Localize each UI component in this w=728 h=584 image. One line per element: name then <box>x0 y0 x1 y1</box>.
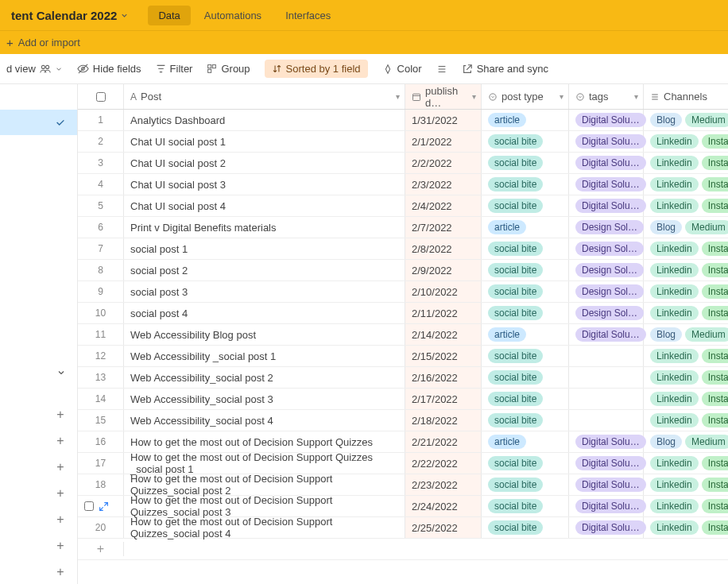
cell-tags[interactable]: Digital Solu… <box>569 496 644 516</box>
cell-tags[interactable]: Digital Solu… <box>569 431 644 452</box>
row-number[interactable]: 7 <box>78 238 124 259</box>
cell-channels[interactable]: LinkedinInstagr <box>644 453 728 474</box>
row-checkbox[interactable] <box>84 501 94 511</box>
cell-date[interactable]: 1/31/2022 <box>405 110 482 130</box>
header-post-type[interactable]: post type ▾ <box>482 84 569 109</box>
row-number[interactable]: 14 <box>78 389 124 409</box>
cell-tags[interactable]: Digital Solu… <box>569 517 644 538</box>
chevron-down-icon[interactable]: ▾ <box>396 92 400 101</box>
cell-post[interactable]: Web Accessibility _social post 1 <box>124 346 405 366</box>
sidebar-add-6[interactable]: + <box>52 537 69 555</box>
group[interactable]: Group <box>207 63 250 75</box>
cell-tags[interactable]: Digital Solu… <box>569 453 644 474</box>
cell-tags[interactable]: Digital Solu… <box>569 174 644 195</box>
table-row[interactable]: 15 Web Accessibility_social post 4 2/18/… <box>78 410 728 431</box>
row-number[interactable]: 9 <box>78 281 124 302</box>
table-row[interactable]: 5 Chat UI social post 4 2/4/2022 social … <box>78 195 728 217</box>
row-number[interactable]: 11 <box>78 324 124 345</box>
cell-post[interactable]: How to get the most out of Decision Supp… <box>124 517 405 538</box>
row-number[interactable]: 5 <box>78 195 124 216</box>
sidebar-add-4[interactable]: + <box>52 485 69 502</box>
add-or-import[interactable]: + Add or import <box>6 36 80 49</box>
table-row[interactable]: 6 Print v Digital Benefits materials 2/7… <box>78 217 728 238</box>
cell-type[interactable]: social bite <box>482 238 569 259</box>
cell-channels[interactable]: BlogMedium <box>644 110 728 130</box>
cell-tags[interactable]: Digital Solu… <box>569 153 644 173</box>
cell-tags[interactable]: Design Sol… <box>569 238 644 259</box>
sidebar-add-3[interactable]: + <box>52 458 69 476</box>
header-post[interactable]: A Post ▾ <box>124 84 405 109</box>
tab-automations[interactable]: Automations <box>194 6 272 25</box>
chevron-down-icon[interactable]: ▾ <box>634 92 638 101</box>
cell-channels[interactable]: LinkedinInstagr <box>644 346 728 366</box>
cell-type[interactable]: social bite <box>482 410 569 431</box>
expand-icon[interactable] <box>99 501 109 512</box>
table-row[interactable]: 12 Web Accessibility _social post 1 2/15… <box>78 346 728 367</box>
row-number[interactable]: 18 <box>78 474 124 495</box>
chevron-down-icon[interactable]: ▾ <box>472 92 476 101</box>
cell-post[interactable]: Chat UI social post 4 <box>124 195 405 216</box>
cell-date[interactable]: 2/7/2022 <box>405 217 482 238</box>
cell-tags[interactable]: Digital Solu… <box>569 474 644 495</box>
cell-type[interactable]: social bite <box>482 367 569 388</box>
add-row[interactable]: + <box>78 539 728 560</box>
sidebar-add-5[interactable]: + <box>52 511 69 528</box>
cell-tags[interactable] <box>569 410 644 431</box>
cell-type[interactable]: social bite <box>482 260 569 280</box>
cell-channels[interactable]: LinkedinInstagr <box>644 474 728 495</box>
header-channels[interactable]: Channels <box>644 84 728 109</box>
cell-type[interactable]: social bite <box>482 174 569 195</box>
cell-type[interactable]: social bite <box>482 389 569 409</box>
table-row[interactable]: 14 Web Accessibility_social post 3 2/17/… <box>78 389 728 410</box>
cell-date[interactable]: 2/24/2022 <box>405 496 482 516</box>
cell-type[interactable]: social bite <box>482 131 569 152</box>
sidebar-add-7[interactable]: + <box>52 563 69 581</box>
tab-interfaces[interactable]: Interfaces <box>275 6 341 25</box>
cell-date[interactable]: 2/4/2022 <box>405 195 482 216</box>
cell-channels[interactable]: LinkedinInstagr <box>644 303 728 323</box>
cell-post[interactable]: Analytics Dashboard <box>124 110 405 130</box>
cell-post[interactable]: How to get the most out of Decision Supp… <box>124 431 405 452</box>
cell-date[interactable]: 2/11/2022 <box>405 303 482 323</box>
table-row[interactable]: How to get the most out of Decision Supp… <box>78 496 728 517</box>
row-number[interactable]: 2 <box>78 131 124 152</box>
table-row[interactable]: 8 social post 2 2/9/2022 social bite Des… <box>78 260 728 281</box>
cell-type[interactable]: social bite <box>482 281 569 302</box>
table-row[interactable]: 10 social post 4 2/11/2022 social bite D… <box>78 303 728 324</box>
cell-tags[interactable]: Digital Solu… <box>569 131 644 152</box>
row-number[interactable] <box>78 496 124 516</box>
cell-type[interactable]: social bite <box>482 496 569 516</box>
row-number[interactable]: 15 <box>78 410 124 431</box>
cell-post[interactable]: Web Accessibility_social post 3 <box>124 389 405 409</box>
chevron-down-icon[interactable]: ▾ <box>560 92 563 101</box>
cell-tags[interactable]: Digital Solu… <box>569 195 644 216</box>
cell-channels[interactable]: LinkedinInstagr <box>644 389 728 409</box>
cell-tags[interactable] <box>569 367 644 388</box>
cell-post[interactable]: Chat UI social post 2 <box>124 153 405 173</box>
table-row[interactable]: 11 Web Accessibility Blog post 2/14/2022… <box>78 324 728 346</box>
cell-type[interactable]: social bite <box>482 517 569 538</box>
table-row[interactable]: 4 Chat UI social post 3 2/3/2022 social … <box>78 174 728 195</box>
cell-type[interactable]: article <box>482 324 569 345</box>
cell-date[interactable]: 2/18/2022 <box>405 410 482 431</box>
cell-post[interactable]: Web Accessibility Blog post <box>124 324 405 345</box>
cell-post[interactable]: Chat UI social post 3 <box>124 174 405 195</box>
cell-channels[interactable]: LinkedinInstagr <box>644 367 728 388</box>
sidebar-add-2[interactable]: + <box>52 432 69 450</box>
row-number[interactable]: 12 <box>78 346 124 366</box>
cell-channels[interactable]: LinkedinInstagr <box>644 281 728 302</box>
row-number[interactable]: 17 <box>78 453 124 474</box>
sort[interactable]: Sorted by 1 field <box>265 60 368 78</box>
cell-date[interactable]: 2/1/2022 <box>405 131 482 152</box>
row-number[interactable]: 16 <box>78 431 124 452</box>
cell-date[interactable]: 2/10/2022 <box>405 281 482 302</box>
cell-type[interactable]: social bite <box>482 153 569 173</box>
table-row[interactable]: 9 social post 3 2/10/2022 social bite De… <box>78 281 728 303</box>
view-switcher[interactable]: d view <box>6 63 63 75</box>
cell-channels[interactable]: BlogMedium <box>644 217 728 238</box>
cell-post[interactable]: social post 4 <box>124 303 405 323</box>
hide-fields[interactable]: Hide fields <box>77 63 141 75</box>
cell-date[interactable]: 2/3/2022 <box>405 174 482 195</box>
tab-data[interactable]: Data <box>148 6 190 25</box>
header-checkbox[interactable] <box>78 84 124 109</box>
